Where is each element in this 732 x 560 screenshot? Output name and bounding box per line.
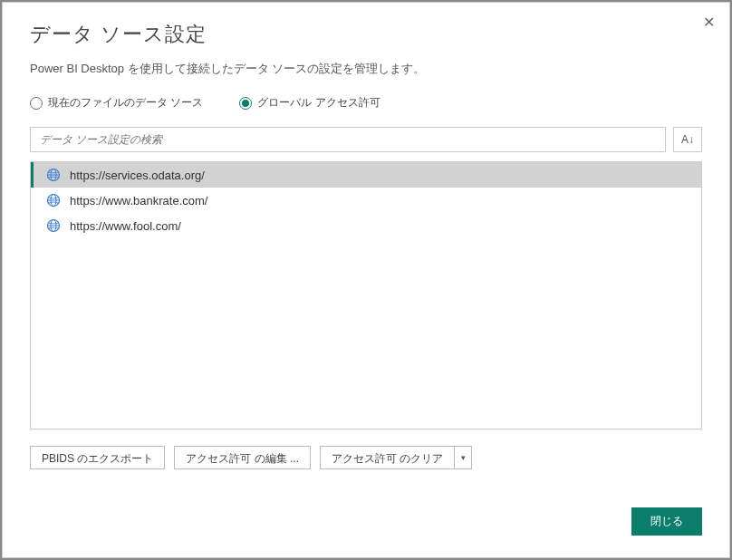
dialog-footer: 閉じる [631, 507, 702, 536]
list-item[interactable]: https://services.odata.org/ [31, 162, 701, 188]
chevron-down-icon: ▾ [461, 453, 466, 462]
dialog-subtitle: Power BI Desktop を使用して接続したデータ ソースの設定を管理し… [30, 61, 702, 77]
radio-current-file[interactable]: 現在のファイルのデータ ソース [30, 95, 203, 111]
scope-radio-group: 現在のファイルのデータ ソース グローバル アクセス許可 [30, 95, 702, 111]
globe-icon [46, 193, 61, 208]
source-url: https://www.fool.com/ [70, 219, 181, 233]
radio-label: グローバル アクセス許可 [257, 95, 380, 111]
dialog-content: データ ソース設定 Power BI Desktop を使用して接続したデータ … [3, 3, 729, 488]
search-input[interactable] [30, 127, 666, 152]
edit-permissions-button[interactable]: アクセス許可 の編集 ... [174, 446, 311, 469]
radio-label: 現在のファイルのデータ ソース [48, 95, 203, 111]
dialog-title: データ ソース設定 [30, 21, 702, 48]
radio-global-permissions[interactable]: グローバル アクセス許可 [239, 95, 380, 111]
clear-permissions-button[interactable]: アクセス許可 のクリア [320, 446, 454, 469]
data-source-list: https://services.odata.org/ https://www.… [30, 161, 702, 430]
sort-button[interactable]: A↓ [673, 127, 702, 152]
globe-icon [46, 168, 61, 182]
radio-icon [239, 97, 252, 110]
clear-permissions-split: アクセス許可 のクリア ▾ [320, 446, 472, 469]
source-url: https://www.bankrate.com/ [70, 194, 207, 208]
list-item[interactable]: https://www.bankrate.com/ [31, 188, 701, 213]
list-item[interactable]: https://www.fool.com/ [31, 213, 701, 238]
sort-icon: A↓ [681, 133, 694, 146]
export-pbids-button[interactable]: PBIDS のエクスポート [30, 446, 165, 469]
radio-icon [30, 97, 43, 110]
clear-permissions-dropdown[interactable]: ▾ [454, 446, 472, 469]
globe-icon [46, 218, 61, 233]
close-button[interactable]: 閉じる [631, 507, 702, 536]
close-icon[interactable]: ✕ [699, 10, 718, 34]
search-row: A↓ [30, 127, 702, 152]
action-button-row: PBIDS のエクスポート アクセス許可 の編集 ... アクセス許可 のクリア… [30, 446, 702, 469]
source-url: https://services.odata.org/ [70, 169, 205, 182]
data-source-settings-dialog: ✕ データ ソース設定 Power BI Desktop を使用して接続したデー… [2, 2, 730, 558]
